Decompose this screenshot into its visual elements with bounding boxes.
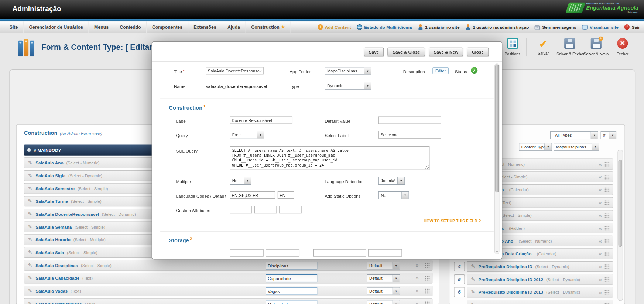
drag-handle-icon[interactable] [425, 301, 430, 304]
modal-save-close-button[interactable]: Save & Close [388, 48, 425, 56]
language-codes-input[interactable] [230, 191, 275, 199]
custom-attribute-input-1[interactable] [230, 206, 252, 213]
edit-pencil-icon[interactable]: ✎ [471, 302, 475, 304]
drag-handle-icon[interactable] [604, 302, 610, 304]
scroll-down-arrow-icon[interactable]: ▼ [495, 250, 499, 253]
storage-field-input-2[interactable] [266, 249, 299, 257]
status-1-usuario-na-administracao[interactable]: 1 usuário na administração [465, 24, 529, 30]
status-add-content[interactable]: Add Content [318, 24, 351, 30]
type-select[interactable]: Dynamic [325, 82, 371, 90]
language-default-input[interactable] [278, 191, 294, 199]
label-input[interactable] [230, 116, 292, 124]
move-left-icon[interactable]: « [599, 290, 602, 295]
move-left-icon[interactable]: « [599, 213, 602, 218]
menu-item-extensoes[interactable]: Extensões [188, 21, 222, 33]
status-sair[interactable]: Sair [624, 24, 640, 30]
storage-field-input-1[interactable] [230, 249, 264, 257]
drag-handle-icon[interactable] [604, 251, 610, 257]
modal-save-new-button[interactable]: Save & New [429, 48, 463, 56]
field-label-input[interactable] [266, 300, 317, 304]
add-static-options-select[interactable]: No [378, 191, 409, 199]
modal-save-button[interactable]: Save [364, 48, 384, 56]
move-left-icon[interactable]: « [599, 251, 602, 257]
drag-handle-icon[interactable] [425, 263, 430, 268]
edit-pencil-icon[interactable]: ✎ [28, 275, 32, 281]
menu-item-conteudo[interactable]: Conteúdo [114, 21, 147, 33]
menu-item-gerenciador-de-usuarios[interactable]: Gerenciador de Usuários [24, 21, 89, 33]
drag-handle-icon[interactable] [604, 290, 610, 295]
status-estado-do-multi-idioma[interactable]: Estado do Multi-idioma [357, 24, 412, 30]
editor-button[interactable]: Editor [432, 67, 448, 74]
drag-handle-icon[interactable] [604, 187, 610, 192]
field-row[interactable]: ✎PreRequisito Disciplina ID 2013(Select … [467, 287, 613, 297]
drag-handle-icon[interactable] [604, 213, 610, 218]
scrollbar-thumb[interactable] [495, 65, 499, 193]
custom-attribute-input-2[interactable] [254, 206, 277, 213]
edit-pencil-icon[interactable]: ✎ [28, 211, 32, 217]
how-to-set-up-link[interactable]: HOW TO SET UP THIS FIELD ? [424, 219, 481, 223]
storage-field-input-4[interactable] [368, 249, 402, 257]
move-right-icon[interactable]: » [415, 262, 418, 268]
toolbar-salvar-novo[interactable]: Salvar & Novo [583, 38, 609, 56]
move-left-icon[interactable]: « [599, 174, 602, 180]
toolbar-salvar[interactable]: Salvar [530, 38, 556, 56]
edit-pencil-icon[interactable]: ✎ [28, 160, 32, 166]
drag-handle-icon[interactable] [425, 276, 430, 281]
move-left-icon[interactable]: « [599, 225, 602, 231]
menu-item-componentes[interactable]: Componentes [147, 21, 188, 33]
field-label-input[interactable] [266, 287, 317, 295]
all-types-select[interactable]: - All Types - [550, 131, 598, 139]
hash-select[interactable]: # [601, 131, 617, 139]
edit-pencil-icon[interactable]: ✎ [28, 237, 32, 243]
right-panel-scrollbar[interactable] [617, 150, 623, 301]
status-1-usuario-no-site[interactable]: 1 usuário no site [418, 24, 459, 30]
field-default-select[interactable]: Default [367, 287, 400, 295]
toolbar-fechar[interactable]: Fechar [609, 38, 636, 56]
move-right-icon[interactable]: » [415, 301, 418, 304]
move-left-icon[interactable]: « [599, 277, 602, 282]
sql-query-textarea[interactable]: SELECT #__users.name AS text, #__users.n… [230, 146, 429, 170]
edit-pencil-icon[interactable]: ✎ [28, 185, 32, 191]
storage-field-input-3[interactable] [313, 249, 366, 257]
title-input[interactable] [206, 67, 264, 74]
custom-attribute-input-3[interactable] [279, 206, 301, 213]
menu-item-construction[interactable]: Construction★ [246, 21, 291, 33]
move-left-icon[interactable]: « [599, 238, 602, 244]
menu-item-ajuda[interactable]: Ajuda [222, 21, 246, 33]
select-label-input[interactable] [378, 131, 441, 139]
move-left-icon[interactable]: « [599, 264, 602, 269]
edit-pencil-icon[interactable]: ✎ [28, 250, 32, 256]
language-detection-select[interactable]: Joomla! [378, 177, 405, 185]
drag-handle-icon[interactable] [425, 288, 430, 294]
edit-pencil-icon[interactable]: ✎ [28, 173, 32, 179]
drag-handle-icon[interactable] [604, 277, 610, 282]
field-default-select[interactable]: Default [367, 300, 400, 304]
edit-pencil-icon[interactable]: ✎ [471, 276, 475, 282]
drag-handle-icon[interactable] [604, 174, 610, 180]
move-left-icon[interactable]: « [599, 187, 602, 192]
field-default-select[interactable]: Default [367, 262, 400, 269]
move-left-icon[interactable]: « [599, 302, 602, 304]
edit-pencil-icon[interactable]: ✎ [28, 262, 32, 268]
field-row[interactable]: ✎PreRequisito Disciplina ID(Select - Dyn… [467, 261, 613, 272]
drag-handle-icon[interactable] [604, 238, 610, 244]
drag-handle-icon[interactable] [604, 161, 610, 167]
field-label-input[interactable] [266, 274, 317, 282]
scrollbar-thumb[interactable] [619, 160, 622, 247]
move-left-icon[interactable]: « [599, 161, 602, 167]
drag-handle-icon[interactable] [604, 200, 610, 205]
drag-handle-icon[interactable] [604, 264, 610, 269]
folder-select[interactable]: MapaDisciplinas [554, 143, 599, 151]
menu-item-site[interactable]: Site [4, 21, 24, 33]
field-default-select[interactable]: Default [367, 274, 400, 282]
field-label-input[interactable] [266, 262, 317, 269]
edit-pencil-icon[interactable]: ✎ [471, 289, 475, 295]
resize-handle-icon[interactable] [425, 166, 429, 169]
default-value-input[interactable] [378, 116, 441, 124]
app-folder-select[interactable]: MapaDisciplinas [325, 67, 371, 75]
edit-pencil-icon[interactable]: ✎ [471, 264, 475, 270]
toolbar-salvar-fechar[interactable]: Salvar & Fechar [556, 38, 583, 56]
edit-pencil-icon[interactable]: ✎ [28, 224, 32, 230]
field-row[interactable]: ✎PreRequisito Disciplina ID 2012(Select … [467, 274, 613, 285]
modal-close-button[interactable]: Close [467, 48, 489, 56]
